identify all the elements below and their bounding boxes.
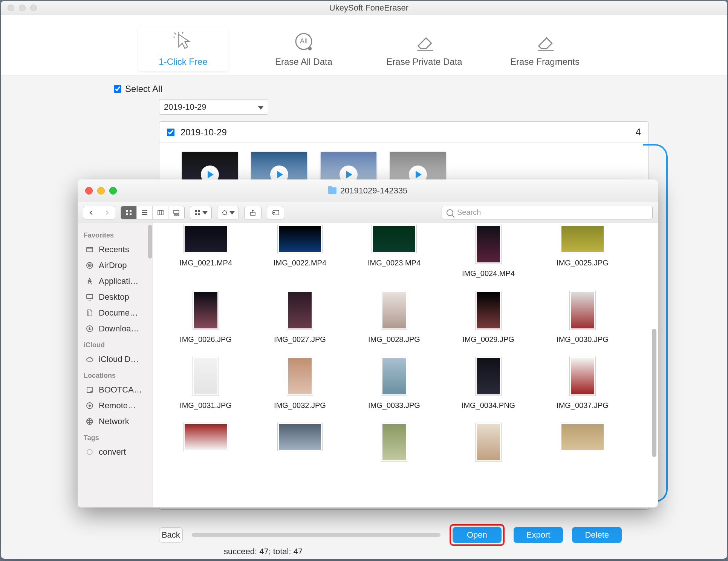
file-item[interactable]: IMG_0029.JPG [451,291,526,344]
finder-window: 20191029-142335 Search Favorites Recents… [78,179,658,507]
airdrop-icon [85,261,94,270]
open-button[interactable]: Open [453,527,502,543]
file-item[interactable] [168,423,243,467]
cursor-icon [173,31,194,52]
file-item[interactable]: IMG_0024.MP4 [451,225,526,278]
file-item[interactable]: IMG_0032.JPG [262,357,338,410]
file-item[interactable]: IMG_0030.JPG [545,291,620,344]
group-by-button[interactable] [190,206,212,219]
sidebar-item-remote[interactable]: Remote… [78,398,153,414]
tab-erase-fragments[interactable]: Erase Fragments [500,31,590,67]
tab-erase-private-data[interactable]: Erase Private Data [379,31,470,67]
documents-icon [85,308,94,317]
tag-button[interactable] [267,206,284,219]
file-item[interactable] [545,423,620,467]
select-all-row: Select All [46,76,682,97]
file-name: IMG_0025.JPG [557,259,609,267]
sidebar-item-disk[interactable]: BOOTCA… [78,382,153,398]
file-item[interactable]: IMG_0031.JPG [168,357,243,410]
traffic-dot[interactable] [19,5,26,11]
share-button[interactable] [244,206,262,219]
nav-back-button[interactable] [83,206,99,219]
nav-buttons [83,206,115,219]
file-thumb [475,225,502,264]
maximize-button[interactable] [109,187,117,195]
svg-point-6 [309,47,311,50]
group-checkbox[interactable] [167,129,174,136]
sidebar-item-label: Recents [99,245,129,254]
file-pane-scrollbar[interactable] [652,329,656,457]
open-highlight: Open [450,524,505,546]
minimize-button[interactable] [97,187,105,195]
action-button[interactable] [217,206,239,219]
file-item[interactable]: IMG_0037.JPG [545,357,620,410]
traffic-dot[interactable] [8,5,14,11]
delete-button[interactable]: Delete [572,527,622,543]
view-icon-button[interactable] [121,206,137,219]
sidebar-item-airdrop[interactable]: AirDrop [78,258,153,273]
file-thumb [277,225,323,253]
svg-rect-22 [178,214,179,215]
traffic-dot[interactable] [30,5,37,11]
sidebar-item-desktop[interactable]: Desktop [78,289,153,305]
file-item[interactable]: IMG_0026.JPG [168,291,243,344]
export-button[interactable]: Export [514,527,563,543]
svg-line-2 [174,32,176,34]
file-item[interactable]: IMG_0025.JPG [545,225,620,278]
folder-icon [328,187,336,194]
eraser-icon [414,31,435,52]
desktop-icon [85,293,94,302]
file-item[interactable]: IMG_0023.MP4 [356,225,432,278]
close-button[interactable] [85,187,93,195]
file-name: IMG_0023.MP4 [368,259,421,267]
search-icon [447,209,453,216]
sidebar-item-network[interactable]: Network [78,414,153,429]
file-item[interactable] [262,423,338,467]
search-input[interactable]: Search [442,206,653,219]
date-dropdown[interactable]: 2019-10-29 [159,100,268,115]
view-list-button[interactable] [137,206,153,219]
view-gallery-button[interactable] [168,206,184,219]
sidebar-item-downloads[interactable]: Downloa… [78,321,153,337]
file-item[interactable]: IMG_0028.JPG [356,291,432,344]
file-item[interactable]: IMG_0021.MP4 [168,225,243,278]
sidebar-item-label: Downloa… [99,324,139,334]
sidebar-item-recents[interactable]: Recents [78,242,153,258]
svg-rect-35 [87,294,93,299]
date-group-label: 2019-10-29 [180,127,227,138]
sidebar-scrollbar[interactable] [148,225,152,259]
file-grid: IMG_0021.MP4IMG_0022.MP4IMG_0023.MP4IMG_… [168,225,650,467]
file-thumb [475,357,502,396]
file-item[interactable]: IMG_0033.JPG [356,357,432,410]
file-item[interactable] [356,423,432,467]
file-name: IMG_0037.JPG [557,401,609,410]
view-column-button[interactable] [153,206,168,219]
sidebar-item-cloud[interactable]: iCloud D… [78,351,153,367]
file-thumb [381,357,407,396]
file-item[interactable] [451,423,526,467]
sidebar-item-documents[interactable]: Docume… [78,305,153,321]
sidebar-section-icloud: iCloud [78,337,153,351]
finder-sidebar: Favorites RecentsAirDropApplicati…Deskto… [78,223,153,507]
svg-text:All: All [300,37,308,44]
svg-point-41 [89,405,90,406]
tab-erase-all-data[interactable]: All Erase All Data [258,31,349,67]
back-label: Back [162,530,180,540]
select-all-checkbox[interactable] [114,85,121,93]
file-name: IMG_0024.MP4 [462,269,515,278]
back-button[interactable]: Back [159,527,183,543]
file-pane[interactable]: IMG_0021.MP4IMG_0022.MP4IMG_0023.MP4IMG_… [153,223,658,507]
app-tabs: 1-Click Free All Erase All Data Erase Pr… [1,15,727,75]
sidebar-item-apps[interactable]: Applicati… [78,273,153,289]
file-name: IMG_0026.JPG [180,335,232,344]
downloads-icon [85,324,94,333]
file-item[interactable]: IMG_0034.PNG [451,357,526,410]
app-titlebar: UkeySoft FoneEraser [1,1,727,15]
nav-forward-button[interactable] [99,206,115,219]
file-item[interactable]: IMG_0027.JPG [262,291,338,344]
sidebar-item-label: AirDrop [99,261,127,270]
tab-1-click-free[interactable]: 1-Click Free [138,27,228,71]
file-item[interactable]: IMG_0022.MP4 [262,225,338,278]
sidebar-item-tag[interactable]: convert [78,444,153,460]
file-thumb [287,291,313,330]
